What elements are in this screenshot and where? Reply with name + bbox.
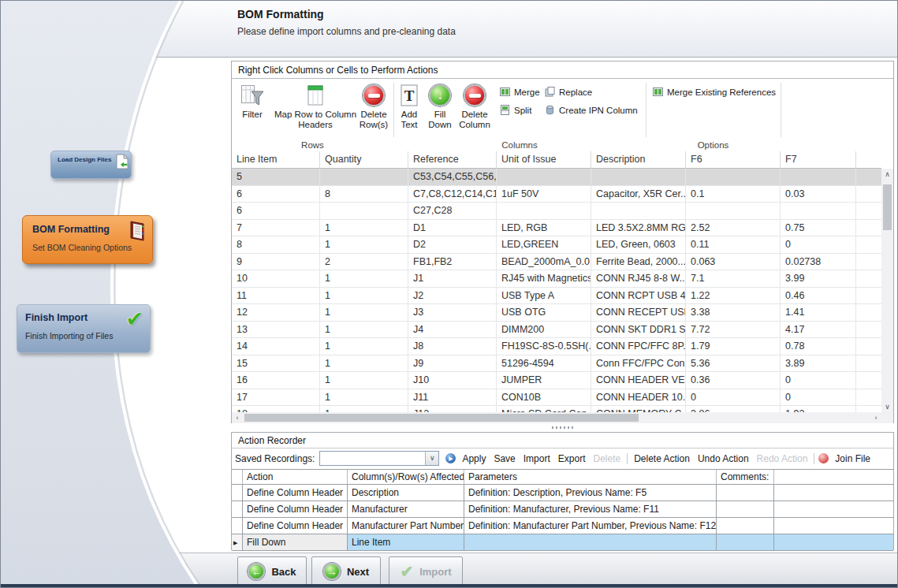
table-cell[interactable]: RJ45 with Magnetics <box>497 270 591 288</box>
table-row[interactable]: 161J10JUMPERCONN HEADER VE...0.360 <box>232 372 881 389</box>
table-cell[interactable]: 0.75 <box>781 220 856 237</box>
table-row[interactable]: 5C53,C54,C55,C56,C... <box>232 169 881 186</box>
row-indicator[interactable] <box>232 501 243 518</box>
save-recording-button[interactable]: Save <box>490 453 519 464</box>
delete-recording-button[interactable]: Delete <box>589 453 624 464</box>
table-cell[interactable]: 0.11 <box>686 236 781 254</box>
table-cell[interactable]: LED, Green, 0603 <box>591 236 686 254</box>
row-indicator[interactable] <box>232 485 243 501</box>
table-cell[interactable]: 0.78 <box>781 338 856 355</box>
split-button[interactable]: Split <box>500 104 531 117</box>
table-cell[interactable]: 7 <box>232 220 320 237</box>
table-row[interactable]: 6C27,C28 <box>232 203 881 220</box>
table-cell[interactable] <box>591 203 686 220</box>
table-cell[interactable]: J3 <box>408 304 497 322</box>
table-cell[interactable] <box>781 203 856 220</box>
table-cell[interactable]: CON10B <box>497 389 591 407</box>
table-cell[interactable]: FH19SC-8S-0.5SH(... <box>497 338 591 355</box>
table-cell[interactable]: 1 <box>320 338 408 355</box>
table-cell[interactable]: 6 <box>232 186 320 203</box>
table-cell[interactable]: 1.92 <box>781 406 856 412</box>
table-cell[interactable]: 0 <box>781 372 856 389</box>
import-recording-button[interactable]: Import <box>520 453 554 464</box>
table-cell[interactable]: J10 <box>408 372 497 389</box>
table-cell[interactable]: 2 <box>320 254 408 271</box>
table-cell[interactable]: 1uF 50V <box>497 186 591 203</box>
table-cell[interactable]: J2 <box>408 288 497 305</box>
panel-splitter[interactable] <box>231 424 894 431</box>
table-cell[interactable]: 1 <box>320 220 408 237</box>
table-cell[interactable]: 3.38 <box>686 304 781 322</box>
table-cell[interactable]: 14 <box>232 338 320 355</box>
table-cell[interactable]: 2.52 <box>686 220 781 237</box>
add-text-button[interactable]: T Add Text <box>394 81 424 130</box>
table-cell[interactable]: 0.03 <box>781 186 856 203</box>
redo-action-button[interactable]: Redo Action <box>753 453 812 464</box>
horizontal-scrollbar[interactable]: ‹ › <box>232 412 881 423</box>
table-cell[interactable]: 51296-4594 <box>497 355 591 373</box>
table-cell[interactable]: J9 <box>408 355 497 373</box>
table-cell[interactable]: 1 <box>320 236 408 254</box>
delete-column-button[interactable]: Delete Column <box>456 81 494 130</box>
table-cell[interactable] <box>497 203 591 220</box>
table-cell[interactable]: 1 <box>320 372 408 389</box>
create-ipn-column-button[interactable]: Create IPN Column <box>545 104 638 117</box>
next-button[interactable]: → Next <box>311 556 381 586</box>
table-cell[interactable]: 5 <box>232 169 320 186</box>
table-cell[interactable]: 12 <box>232 304 320 322</box>
table-cell[interactable]: Capacitor, X5R Cer... <box>591 186 686 203</box>
table-cell[interactable]: 15 <box>232 355 320 373</box>
apply-button[interactable]: Apply <box>458 453 490 464</box>
table-cell[interactable]: 1 <box>320 355 408 373</box>
table-cell[interactable]: 3.86 <box>686 406 781 412</box>
table-cell[interactable]: J8 <box>408 338 497 355</box>
table-cell[interactable]: 8 <box>232 236 320 254</box>
step-bom-formatting[interactable]: BOM Formatting Set BOM Cleaning Options <box>22 215 153 264</box>
table-cell[interactable]: FB1,FB2 <box>408 254 497 271</box>
table-cell[interactable]: 0 <box>781 236 856 254</box>
recorder-row[interactable]: Define Column HeaderManufacturer Part Nu… <box>232 518 893 534</box>
vertical-scrollbar[interactable]: ∧ ∨ <box>881 169 893 412</box>
scroll-right-arrow[interactable]: › <box>870 412 881 423</box>
export-recording-button[interactable]: Export <box>554 453 590 464</box>
table-cell[interactable]: 11 <box>232 288 320 305</box>
column-header[interactable]: F7 <box>781 151 856 169</box>
table-cell[interactable]: 1.79 <box>686 338 781 355</box>
table-cell[interactable]: 0 <box>781 389 856 407</box>
table-cell[interactable]: J4 <box>408 322 497 339</box>
table-cell[interactable]: 0.36 <box>686 372 781 389</box>
recorder-cell[interactable]: Define Column Header <box>243 485 348 501</box>
table-row[interactable]: 131J4DIMM200CONN SKT DDR1 S...7.724.17 <box>232 322 881 339</box>
table-cell[interactable]: 0.1 <box>686 186 781 203</box>
table-cell[interactable]: 0.063 <box>686 254 781 271</box>
step-load-design-files[interactable]: Load Design Files <box>50 151 132 179</box>
recorder-cell[interactable]: Description <box>348 485 464 501</box>
table-cell[interactable]: LED, RGB <box>497 220 591 237</box>
table-row[interactable]: 111J2USB Type ACONN RCPT USB 4...1.220.4… <box>232 288 881 305</box>
recorder-row[interactable]: Define Column HeaderDescriptionDefinitio… <box>232 485 893 501</box>
table-cell[interactable]: 3.99 <box>781 270 856 288</box>
table-row[interactable]: 171J11CON10BCONN HEADER 10...00 <box>232 389 881 407</box>
table-cell[interactable]: D2 <box>408 236 497 254</box>
table-cell[interactable]: 18 <box>232 406 320 412</box>
recorder-cell[interactable]: Definition: Manufacturer, Previous Name:… <box>464 501 717 518</box>
table-cell[interactable]: JUMPER <box>497 372 591 389</box>
table-cell[interactable] <box>686 169 781 186</box>
table-cell[interactable]: CONN SKT DDR1 S... <box>591 322 686 339</box>
table-cell[interactable]: 7.1 <box>686 270 781 288</box>
table-cell[interactable]: J1 <box>408 270 497 288</box>
table-cell[interactable]: 1.22 <box>686 288 781 305</box>
import-button[interactable]: ✔ Import <box>389 556 463 586</box>
table-cell[interactable]: 9 <box>232 254 320 271</box>
recorder-row[interactable]: Define Column HeaderManufacturerDefiniti… <box>232 501 893 518</box>
table-cell[interactable]: CONN HEADER VE... <box>591 372 686 389</box>
table-row[interactable]: 101J1RJ45 with MagneticsCONN RJ45 8-8 W.… <box>232 270 881 288</box>
table-cell[interactable]: J11 <box>408 389 497 407</box>
filter-button[interactable]: Filter <box>235 81 270 120</box>
table-cell[interactable]: 13 <box>232 322 320 339</box>
table-cell[interactable]: Ferrite Bead, 2000... <box>591 254 686 271</box>
column-header[interactable]: Quantity <box>320 151 408 169</box>
table-cell[interactable]: 7.72 <box>686 322 781 339</box>
back-button[interactable]: ← Back <box>237 556 307 586</box>
scroll-left-arrow[interactable]: ‹ <box>232 412 243 423</box>
